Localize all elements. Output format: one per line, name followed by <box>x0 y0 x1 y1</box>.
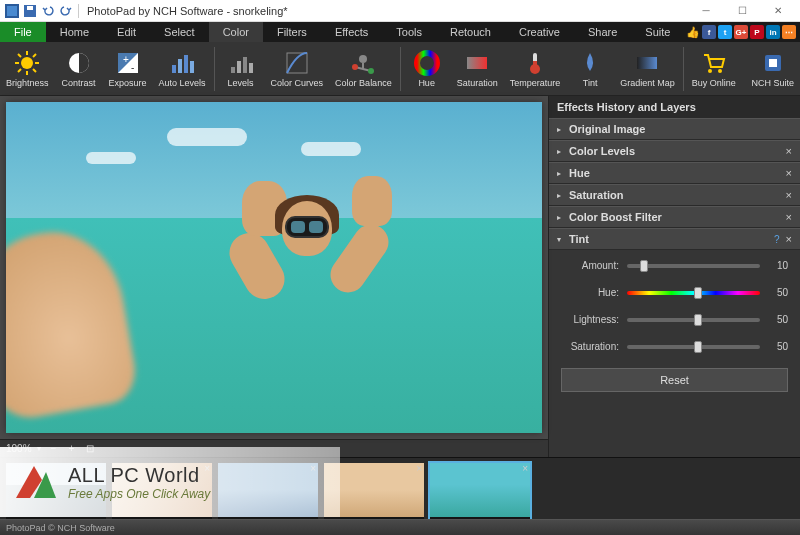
maximize-button[interactable]: ☐ <box>724 1 760 21</box>
effects-panel: Effects History and Layers ▸Original Ima… <box>548 96 800 457</box>
ribbon-balance-button[interactable]: Color Balance <box>329 44 398 94</box>
svg-point-37 <box>708 69 712 73</box>
close-icon[interactable]: × <box>786 233 792 245</box>
close-icon[interactable]: × <box>310 463 316 474</box>
canvas-viewport[interactable] <box>0 96 548 439</box>
chevron-right-icon: ▸ <box>557 169 569 178</box>
slider-track[interactable] <box>627 318 760 322</box>
accordion-color-levels[interactable]: ▸Color Levels× <box>549 140 800 162</box>
thumbnail-image <box>324 463 424 517</box>
close-icon[interactable]: × <box>416 463 422 474</box>
slider-thumb[interactable] <box>694 314 702 326</box>
ribbon-hue-button[interactable]: Hue <box>403 44 451 94</box>
menu-suite[interactable]: Suite <box>631 22 684 42</box>
social-icon[interactable]: in <box>766 25 780 39</box>
saturation-icon <box>463 49 491 77</box>
menu-share[interactable]: Share <box>574 22 631 42</box>
svg-text:-: - <box>131 62 134 73</box>
accordion-hue[interactable]: ▸Hue× <box>549 162 800 184</box>
ribbon-contrast-button[interactable]: Contrast <box>55 44 103 94</box>
accordion-tint[interactable]: ▾ Tint ? × <box>549 228 800 250</box>
chevron-right-icon: ▸ <box>557 125 569 134</box>
ribbon-label: Buy Online <box>692 78 736 88</box>
social-icon[interactable]: ⋯ <box>782 25 796 39</box>
slider-thumb[interactable] <box>694 287 702 299</box>
app-icon[interactable] <box>4 3 20 19</box>
undo-icon[interactable] <box>40 3 56 19</box>
svg-rect-20 <box>190 61 194 73</box>
ribbon-label: Hue <box>418 78 435 88</box>
zoom-fit-button[interactable]: ⊡ <box>83 442 97 456</box>
social-icon[interactable]: G+ <box>734 25 748 39</box>
slider-value: 50 <box>768 341 788 352</box>
ribbon-exposure-button[interactable]: +-Exposure <box>103 44 153 94</box>
close-icon[interactable]: × <box>786 211 792 223</box>
separator <box>683 47 684 91</box>
window-title: PhotoPad by NCH Software - snorkeling* <box>83 5 688 17</box>
zoom-in-button[interactable]: + <box>65 442 79 456</box>
panel-title: Effects History and Layers <box>549 96 800 118</box>
ribbon-autolevels-button[interactable]: Auto Levels <box>153 44 212 94</box>
canvas-area: 100% ▼ − + ⊡ <box>0 96 548 457</box>
menu-retouch[interactable]: Retouch <box>436 22 505 42</box>
close-icon[interactable]: × <box>786 189 792 201</box>
brightness-icon <box>13 49 41 77</box>
thumbnail-image <box>112 463 212 517</box>
ribbon-brightness-button[interactable]: Brightness <box>0 44 55 94</box>
thumbs-up-icon[interactable]: 👍 <box>686 26 700 39</box>
close-icon[interactable]: × <box>786 145 792 157</box>
ribbon-levels-button[interactable]: Levels <box>217 44 265 94</box>
ribbon-saturation-button[interactable]: Saturation <box>451 44 504 94</box>
slider-track[interactable] <box>627 345 760 349</box>
accordion-color-boost-filter[interactable]: ▸Color Boost Filter× <box>549 206 800 228</box>
social-icon[interactable]: f <box>702 25 716 39</box>
ribbon-label: Contrast <box>62 78 96 88</box>
ribbon-cart-button[interactable]: Buy Online <box>686 44 742 94</box>
social-icon[interactable]: t <box>718 25 732 39</box>
slider-track[interactable] <box>627 291 760 295</box>
menu-file[interactable]: File <box>0 22 46 42</box>
svg-rect-40 <box>769 59 777 67</box>
close-icon[interactable]: × <box>204 463 210 474</box>
chevron-right-icon: ▸ <box>557 191 569 200</box>
menu-select[interactable]: Select <box>150 22 209 42</box>
close-icon[interactable]: × <box>786 167 792 179</box>
accordion-saturation[interactable]: ▸Saturation× <box>549 184 800 206</box>
ribbon-nch-suite-button[interactable]: NCH Suite <box>745 44 800 94</box>
cart-icon <box>700 49 728 77</box>
help-icon[interactable]: ? <box>774 234 780 245</box>
slider-label: Amount: <box>561 260 619 271</box>
social-icon[interactable]: P <box>750 25 764 39</box>
ribbon-label: Color Curves <box>271 78 324 88</box>
menu-creative[interactable]: Creative <box>505 22 574 42</box>
save-icon[interactable] <box>22 3 38 19</box>
accordion-original-image[interactable]: ▸Original Image <box>549 118 800 140</box>
slider-track[interactable] <box>627 264 760 268</box>
close-icon[interactable]: × <box>522 463 528 474</box>
close-icon[interactable]: × <box>98 463 104 474</box>
menu-color[interactable]: Color <box>209 22 263 42</box>
ribbon-gradient-button[interactable]: Gradient Map <box>614 44 681 94</box>
menu-tools[interactable]: Tools <box>382 22 436 42</box>
menu-edit[interactable]: Edit <box>103 22 150 42</box>
ribbon-tint-button[interactable]: Tint <box>566 44 614 94</box>
slider-thumb[interactable] <box>694 341 702 353</box>
menu-effects[interactable]: Effects <box>321 22 382 42</box>
zoom-out-button[interactable]: − <box>47 442 61 456</box>
menu-home[interactable]: Home <box>46 22 103 42</box>
zoom-dropdown-icon[interactable]: ▼ <box>36 445 43 452</box>
svg-rect-1 <box>7 6 17 16</box>
image-canvas[interactable] <box>6 102 542 433</box>
minimize-button[interactable]: ─ <box>688 1 724 21</box>
quick-access-toolbar <box>4 3 74 19</box>
close-button[interactable]: ✕ <box>760 1 796 21</box>
ribbon-temperature-button[interactable]: Temperature <box>504 44 567 94</box>
redo-icon[interactable] <box>58 3 74 19</box>
menu-filters[interactable]: Filters <box>263 22 321 42</box>
reset-button[interactable]: Reset <box>561 368 788 392</box>
slider-thumb[interactable] <box>640 260 648 272</box>
ribbon-curves-button[interactable]: Color Curves <box>265 44 330 94</box>
status-text: PhotoPad © NCH Software <box>6 523 115 533</box>
title-bar: PhotoPad by NCH Software - snorkeling* ─… <box>0 0 800 22</box>
chevron-right-icon: ▸ <box>557 213 569 222</box>
